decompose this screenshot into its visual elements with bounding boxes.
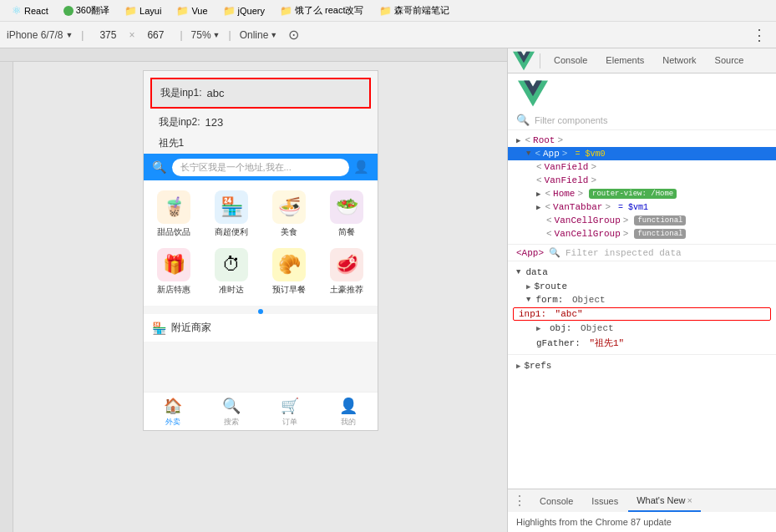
tree-vanfield-2[interactable]: <VanField> <box>508 174 776 187</box>
inp1-label: 我是inp1: <box>160 86 202 100</box>
device-toolbar: iPhone 6/7/8 ▼ | × | 75% ▼ | Online ▼ ⊙ … <box>0 22 776 48</box>
cellgroup2-badge: functional <box>634 229 686 239</box>
obj-value: Object <box>575 323 613 333</box>
dt-tab-console[interactable]: Console <box>545 48 596 73</box>
user-icon[interactable]: 👤 <box>352 158 371 176</box>
vue-logo-area <box>508 73 776 110</box>
category-item-ontime[interactable]: ⏱ 准时达 <box>205 245 259 299</box>
zuname-row: 祖先1 <box>150 133 371 154</box>
bookmark-ele-label: 饿了么 react改写 <box>295 4 364 17</box>
dtb-console[interactable]: Console <box>531 489 581 512</box>
category-label-breakfast: 预订早餐 <box>272 284 306 296</box>
ruler-vertical <box>0 62 13 532</box>
bookmark-360[interactable]: 360翻译 <box>58 3 114 18</box>
dtb-issues[interactable]: Issues <box>583 489 626 512</box>
inp1-value: abc <box>207 87 225 99</box>
width-input[interactable] <box>92 29 124 41</box>
dt-tab-network[interactable]: Network <box>654 48 704 73</box>
category-item-premium[interactable]: 🥩 土豪推荐 <box>320 245 374 299</box>
filter-placeholder: Filter components <box>535 115 768 125</box>
search-icon[interactable]: 🔍 <box>150 158 169 176</box>
market-icon: 🏪 <box>215 190 248 224</box>
bookmark-ele[interactable]: 📁 饿了么 react改写 <box>275 3 369 18</box>
form-value: Object <box>566 295 605 305</box>
simple-icon: 🥗 <box>330 190 363 224</box>
category-item-market[interactable]: 🏪 商超便利 <box>205 187 259 241</box>
home-caret: ▶ <box>536 190 540 199</box>
category-item-newshop[interactable]: 🎁 新店特惠 <box>147 245 201 299</box>
refs-section: ▶ $refs <box>508 354 776 377</box>
tab-order[interactable]: 🛒 订单 <box>261 393 319 430</box>
senge-folder-icon: 📁 <box>379 5 392 17</box>
dot-active <box>258 309 263 314</box>
dtb-whatsnew[interactable]: What's New × <box>628 489 701 512</box>
bookmark-senge[interactable]: 📁 森哥前端笔记 <box>374 3 454 18</box>
bookmark-jquery[interactable]: 📁 jQuery <box>218 3 270 18</box>
data-route[interactable]: ▶ $route <box>508 280 776 293</box>
zoom-selector[interactable]: 75% ▼ <box>191 29 221 41</box>
device-dropdown-icon: ▼ <box>65 31 73 39</box>
inp2-row: 我是inp2: 123 <box>150 112 371 133</box>
jquery-folder-icon: 📁 <box>223 5 236 17</box>
vue-logo-svg <box>513 48 535 76</box>
filter-data-text: Filter inspected data <box>566 248 682 258</box>
tree-root[interactable]: ▶ <Root> <box>508 134 776 147</box>
dt-tab-elements[interactable]: Elements <box>597 48 652 73</box>
food-icon: 🍜 <box>272 190 306 224</box>
search-input[interactable]: 长宁区我是一个地址,我在... <box>172 159 349 176</box>
data-obj[interactable]: ▶ obj: Object <box>508 322 776 335</box>
bottom-more-icon[interactable]: ⋮ <box>513 493 526 509</box>
devtools-tabs: Console Elements Network Source <box>508 48 776 73</box>
inp1-row: 我是inp1: abc <box>150 78 371 109</box>
sep1: | <box>81 29 84 41</box>
category-item-food[interactable]: 🍜 美食 <box>262 187 317 241</box>
bookmark-vue[interactable]: 📁 Vue <box>171 3 212 18</box>
height-input[interactable] <box>139 29 171 41</box>
tree-home[interactable]: ▶ <Home> router-view: /Home <box>508 187 776 200</box>
tree-vancellgroup-2[interactable]: <VanCellGroup> functional <box>508 227 776 241</box>
zuname-value: 祖先1 <box>159 137 185 149</box>
capture-screenshot-btn[interactable]: ⊙ <box>282 24 304 46</box>
tree-vancellgroup-1[interactable]: <VanCellGroup> functional <box>508 214 776 227</box>
dt-tab-source[interactable]: Source <box>707 48 753 73</box>
bookmarks-bar: ⚛ React 360翻译 📁 Layui 📁 Vue 📁 jQuery 📁 饿… <box>0 0 776 22</box>
filter-search-icon: 🔍 <box>516 114 530 126</box>
whatsnew-close-icon[interactable]: × <box>687 495 692 505</box>
order-label: 订单 <box>282 417 297 428</box>
category-item-breakfast[interactable]: 🥐 预订早餐 <box>262 245 317 299</box>
tree-vanfield-1[interactable]: <VanField> <box>508 160 776 174</box>
device-selector[interactable]: iPhone 6/7/8 ▼ <box>7 29 73 41</box>
vue-folder-icon: 📁 <box>176 5 189 17</box>
category-label-ontime: 准时达 <box>219 284 244 296</box>
vue-devtools-icon[interactable] <box>513 50 535 72</box>
data-form[interactable]: ▼ form: Object <box>508 293 776 307</box>
refs-header[interactable]: ▶ $refs <box>508 358 776 373</box>
dimension-cross: × <box>129 29 134 41</box>
network-selector[interactable]: Online ▼ <box>240 29 278 41</box>
category-label-newshop: 新店特惠 <box>157 284 190 296</box>
root-caret: ▶ <box>516 136 520 145</box>
waimai-icon: 🏠 <box>164 397 182 415</box>
category-item-simple[interactable]: 🥗 简餐 <box>320 187 374 241</box>
tree-vantabbar[interactable]: ▶ <VanTabbar> = $vm1 <box>508 200 776 214</box>
gfather-value: "祖先1" <box>584 337 624 349</box>
tab-mine[interactable]: 👤 我的 <box>319 393 378 430</box>
tree-app[interactable]: ▼ <App> = $vm0 <box>508 147 776 160</box>
bookmark-react[interactable]: ⚛ React <box>7 3 53 18</box>
highlights-text: Highlights from the Chrome 87 update <box>508 512 776 532</box>
more-options-btn[interactable]: ⋮ <box>748 24 769 46</box>
component-tree: ▶ <Root> ▼ <App> = $vm0 <VanField> <VanF… <box>508 130 776 244</box>
category-item-dessert[interactable]: 🧋 甜品饮品 <box>147 187 201 241</box>
tab-search[interactable]: 🔍 搜索 <box>202 393 261 430</box>
react-icon: ⚛ <box>12 4 22 17</box>
tabbar-caret: ▶ <box>536 203 540 212</box>
ruler-horizontal <box>0 48 507 62</box>
tab-waimai[interactable]: 🏠 外卖 <box>144 393 202 430</box>
search-tab-label: 搜索 <box>224 417 239 428</box>
main-area: 我是inp1: abc 我是inp2: 123 祖先1 🔍 <box>0 48 776 532</box>
devtools-panel: Console Elements Network Source 🔍 Filter… <box>508 48 776 532</box>
refs-label: $refs <box>524 361 551 371</box>
data-header[interactable]: ▼ data <box>508 265 776 280</box>
bottom-tabbar: 🏠 外卖 🔍 搜索 🛒 订单 👤 我的 <box>144 392 378 430</box>
bookmark-layui[interactable]: 📁 Layui <box>119 3 166 18</box>
